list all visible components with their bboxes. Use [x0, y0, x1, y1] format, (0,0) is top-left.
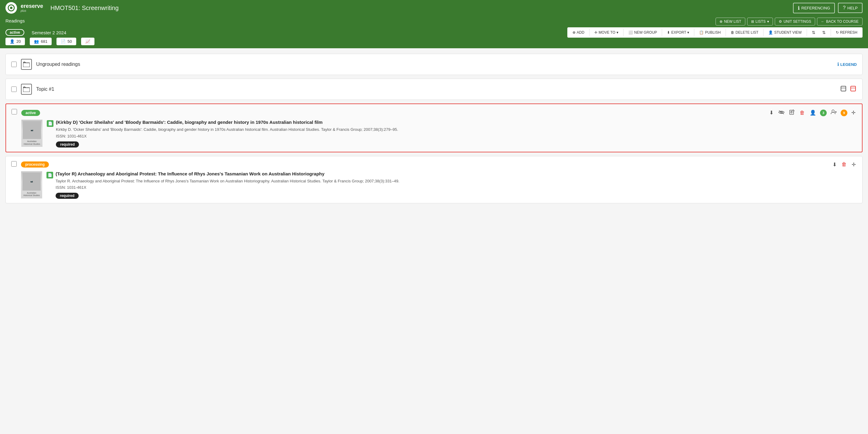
active-status-badge-1: active [21, 110, 40, 116]
topic1-checkbox[interactable] [11, 87, 17, 92]
logo-area: ereserve plus HMOT501: Screenwriting [5, 2, 119, 14]
lists-button[interactable]: ⊞ LISTS ▾ [747, 18, 773, 26]
new-group-button[interactable]: ⬜ NEW GROUP [626, 29, 660, 36]
required-badge-2: required [56, 193, 79, 199]
help-button[interactable]: ? HELP [838, 3, 863, 13]
add-person-button-1[interactable] [830, 109, 838, 117]
sort-desc-button[interactable]: ⇅ [819, 29, 829, 36]
stat-chart[interactable]: 📈 [81, 38, 94, 45]
reading1-actions: ⬇ [768, 108, 857, 117]
new-group-icon: ⬜ [628, 30, 633, 35]
sort-asc-button[interactable]: ⇅ [809, 29, 818, 36]
thumb-label-2: Australian Historical Studies [23, 192, 41, 197]
reading1-status-row: active ⬇ [21, 108, 857, 117]
edit-button-1[interactable] [788, 108, 796, 117]
items-count: 50 [67, 39, 72, 44]
refresh-button[interactable]: ↻ REFRESH [833, 29, 860, 36]
unit-settings-button[interactable]: ⚙ UNIT SETTINGS [775, 18, 815, 26]
reading2-title: (Taylor R) Archaeology and Aboriginal Pr… [56, 171, 857, 176]
badge-orange-1: 9 [841, 109, 847, 116]
book-thumbnail-2: 📷 Australian Historical Studies [21, 171, 42, 199]
course-title: HMOT501: Screenwriting [51, 5, 119, 11]
topic1-label: Topic #1 [36, 87, 836, 92]
toolbar-divider-5 [725, 29, 726, 36]
svg-rect-3 [23, 63, 30, 67]
legend-button[interactable]: ℹ LEGEND [837, 62, 857, 67]
required-badge-1: required [56, 141, 79, 147]
sort-asc-icon: ⇅ [812, 30, 815, 35]
lists-icon: ⊞ [751, 20, 754, 24]
referencing-button[interactable]: ℹ REFERENCING [793, 3, 835, 13]
drag-handle-1[interactable]: ✛ [850, 109, 857, 117]
refresh-icon: ↻ [836, 30, 839, 35]
ungrouped-group-row: Ungrouped readings ℹ LEGEND [5, 54, 863, 75]
students-icon: 👥 [34, 39, 39, 44]
reading1-checkbox[interactable] [11, 109, 17, 114]
logo-text: ereserve plus [21, 3, 43, 13]
ungrouped-label: Ungrouped readings [36, 62, 833, 67]
thumb-label-1: Australian Historical Studies [23, 140, 41, 145]
ungrouped-checkbox[interactable] [11, 62, 17, 67]
stat-students: 👥 681 [30, 38, 52, 45]
back-to-course-button[interactable]: ← BACK TO COURSE [817, 18, 863, 26]
processing-status-badge-2: processing [21, 162, 49, 168]
download-button-1[interactable]: ⬇ [768, 109, 774, 117]
topic1-edit-button[interactable] [840, 85, 847, 94]
book-thumbnail-1: 📷 Australian Historical Studies [21, 120, 42, 147]
svg-point-2 [10, 7, 12, 9]
delete-list-button[interactable]: 🗑 DELETE LIST [728, 29, 761, 36]
drag-handle-2[interactable]: ✛ [851, 161, 857, 169]
reading-item-2: processing ⬇ 🗑 ✛ 📷 Australian Historical… [5, 156, 863, 204]
header-actions: ℹ REFERENCING ? HELP [793, 3, 863, 13]
eye-slash-button-1[interactable] [777, 109, 785, 117]
referencing-label: REFERENCING [802, 6, 830, 10]
reading2-actions: ⬇ 🗑 ✛ [832, 161, 857, 169]
users-count: 20 [17, 39, 21, 44]
help-icon: ? [843, 5, 845, 11]
reading1-content: 📷 Australian Historical Studies 📄 (Kirkb… [21, 120, 857, 147]
svg-rect-4 [23, 88, 30, 92]
student-view-button[interactable]: 👤 STUDENT VIEW [766, 29, 804, 36]
toolbar-divider-8 [831, 29, 831, 36]
topic1-actions [840, 85, 857, 94]
stat-items: 📄 50 [57, 38, 76, 45]
folder-icon-topic1 [21, 84, 32, 95]
help-label: HELP [847, 6, 858, 10]
chart-icon: 📈 [85, 39, 90, 44]
trash-button-1[interactable]: 🗑 [799, 109, 806, 117]
topic1-delete-button[interactable] [849, 85, 857, 94]
dropdown-arrow-icon: ▾ [617, 30, 618, 35]
export-button[interactable]: ⬇ EXPORT ▾ [664, 29, 692, 36]
add-button[interactable]: ⊕ ADD [570, 29, 587, 36]
sort-desc-icon: ⇅ [822, 30, 826, 35]
download-button-2[interactable]: ⬇ [832, 161, 838, 169]
reading2-issn: ISSN: 1031-461X [56, 185, 857, 190]
active-badge: active [5, 29, 24, 36]
ereserve-logo-icon [5, 2, 17, 14]
toolbar-divider-7 [807, 29, 807, 36]
reading2-checkbox[interactable] [11, 161, 17, 167]
gear-icon: ⚙ [779, 20, 782, 24]
dropdown-arrow-icon-2: ▾ [687, 30, 689, 35]
person-icon: 👤 [10, 39, 14, 44]
reading2-body: processing ⬇ 🗑 ✛ 📷 Australian Historical… [21, 161, 857, 199]
arrow-left-icon: ← [821, 20, 825, 24]
folder-icon-ungrouped [21, 59, 32, 70]
sub-header-right: ⊕ NEW LIST ⊞ LISTS ▾ ⚙ UNIT SETTINGS ← B… [716, 18, 863, 26]
reading1-title: (Kirkby D) 'Ocker Sheilahs' and 'Bloody … [56, 120, 857, 125]
stats-bar: 👤 20 👥 681 📄 50 📈 [0, 38, 868, 48]
reading2-content: 📷 Australian Historical Studies 📄 (Taylo… [21, 171, 857, 199]
new-list-button[interactable]: ⊕ NEW LIST [716, 18, 745, 26]
trash-button-2[interactable]: 🗑 [841, 161, 848, 168]
reading-item-1: active ⬇ [5, 103, 863, 153]
add-icon: ⊕ [572, 30, 576, 35]
move-icon: ✛ [594, 30, 597, 35]
students-count: 681 [41, 39, 48, 44]
reading1-body: active ⬇ [21, 108, 857, 147]
person-button-1[interactable]: 👤 [809, 109, 817, 117]
badge-green-1: 3 [820, 109, 827, 116]
reading2-citation: Taylor R. Archaeology and Aboriginal Pro… [56, 178, 857, 184]
publish-button[interactable]: 📋 PUBLISH [696, 29, 723, 36]
move-to-button[interactable]: ✛ MOVE TO ▾ [592, 29, 621, 36]
plus-circle-icon: ⊕ [719, 20, 722, 24]
